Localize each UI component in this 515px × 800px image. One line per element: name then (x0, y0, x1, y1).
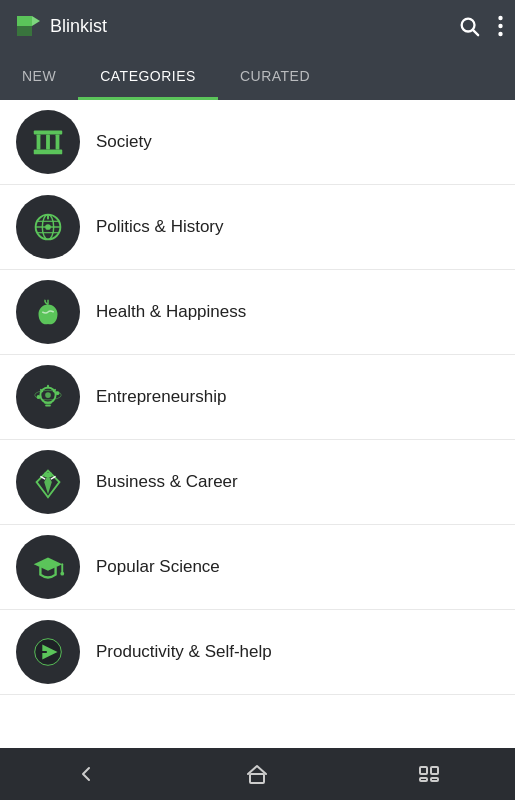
svg-point-22 (45, 392, 51, 398)
more-vert-icon (498, 15, 503, 37)
svg-rect-40 (420, 778, 427, 781)
pillars-icon (29, 123, 67, 161)
tab-bar: New Categories Curated (0, 52, 515, 100)
svg-line-4 (473, 30, 478, 35)
svg-marker-1 (17, 26, 32, 36)
app-title: Blinkist (50, 16, 107, 37)
svg-rect-36 (41, 651, 47, 653)
svg-rect-39 (431, 767, 438, 774)
svg-rect-10 (37, 134, 41, 149)
bottom-nav (0, 748, 515, 800)
svg-point-5 (498, 16, 502, 20)
category-label-society: Society (96, 132, 152, 152)
svg-rect-41 (431, 778, 438, 781)
svg-marker-0 (17, 16, 32, 26)
category-icon-society (16, 110, 80, 174)
recents-icon (417, 762, 441, 786)
category-icon-productivity (16, 620, 80, 684)
search-icon (458, 15, 480, 37)
svg-marker-31 (34, 558, 63, 571)
blinkist-logo-icon (12, 11, 42, 41)
svg-marker-27 (44, 474, 52, 494)
svg-rect-8 (34, 150, 63, 155)
list-item[interactable]: Productivity & Self-help (0, 610, 515, 695)
globe-icon (29, 208, 67, 246)
tab-curated[interactable]: Curated (218, 52, 332, 100)
list-item[interactable]: Politics & History (0, 185, 515, 270)
graduation-icon (29, 548, 67, 586)
svg-point-24 (37, 395, 41, 399)
category-icon-politics (16, 195, 80, 259)
arrow-icon (29, 633, 67, 671)
apple-icon (29, 293, 67, 331)
app-bar-actions (458, 15, 503, 37)
svg-point-25 (56, 391, 60, 395)
category-label-business: Business & Career (96, 472, 238, 492)
svg-rect-28 (44, 473, 52, 478)
category-icon-entrepreneurship (16, 365, 80, 429)
list-item[interactable]: Society (0, 100, 515, 185)
category-label-politics: Politics & History (96, 217, 224, 237)
category-label-entrepreneurship: Entrepreneurship (96, 387, 226, 407)
svg-rect-12 (56, 134, 60, 149)
more-options-button[interactable] (498, 15, 503, 37)
recents-button[interactable] (417, 762, 441, 786)
home-icon (245, 762, 269, 786)
search-button[interactable] (458, 15, 480, 37)
list-item[interactable]: Entrepreneurship (0, 355, 515, 440)
svg-point-18 (45, 224, 51, 230)
category-label-health: Health & Happiness (96, 302, 246, 322)
app-logo: Blinkist (12, 11, 458, 41)
back-button[interactable] (74, 762, 98, 786)
svg-rect-9 (34, 131, 63, 135)
back-icon (74, 762, 98, 786)
svg-rect-11 (46, 134, 50, 149)
category-icon-science (16, 535, 80, 599)
app-bar: Blinkist (0, 0, 515, 52)
category-icon-business (16, 450, 80, 514)
svg-point-7 (498, 32, 502, 36)
list-item[interactable]: Popular Science (0, 525, 515, 610)
category-label-science: Popular Science (96, 557, 220, 577)
svg-rect-38 (420, 767, 427, 774)
tie-icon (29, 463, 67, 501)
category-label-productivity: Productivity & Self-help (96, 642, 272, 662)
list-item[interactable]: Business & Career (0, 440, 515, 525)
svg-point-6 (498, 24, 502, 28)
tab-new[interactable]: New (0, 52, 78, 100)
bulb-icon (29, 378, 67, 416)
category-icon-health (16, 280, 80, 344)
svg-marker-2 (32, 16, 40, 26)
categories-list: Society Politics & History (0, 100, 515, 748)
svg-point-33 (60, 572, 64, 576)
home-button[interactable] (245, 762, 269, 786)
tab-categories[interactable]: Categories (78, 52, 218, 100)
svg-rect-37 (250, 774, 264, 783)
list-item[interactable]: Health & Happiness (0, 270, 515, 355)
